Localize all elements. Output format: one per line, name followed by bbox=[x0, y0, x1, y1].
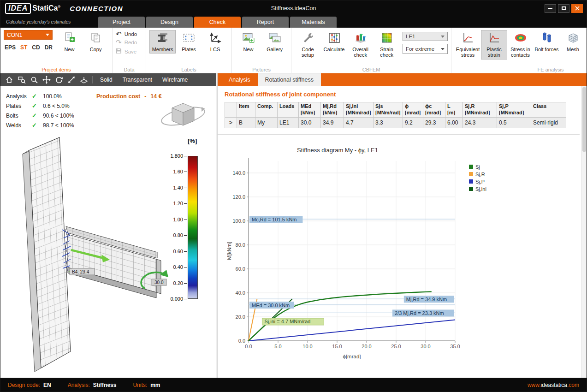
members-icon bbox=[156, 32, 170, 45]
model-canvas[interactable]: Analysis ✓ 100.0% Plates ✓ 0.6 < 5.0% Bo… bbox=[0, 86, 216, 378]
gallery-icon bbox=[268, 32, 281, 45]
copy-item-button[interactable]: Copy bbox=[83, 30, 109, 53]
mode-eps[interactable]: EPS bbox=[5, 44, 16, 51]
zoom-button[interactable] bbox=[28, 74, 40, 85]
display-mode-wireframe[interactable]: Wireframe bbox=[158, 75, 192, 84]
pan-button[interactable] bbox=[41, 74, 52, 85]
vertical-scrollbar[interactable] bbox=[581, 86, 587, 378]
calculate-button[interactable]: Calculate bbox=[321, 30, 347, 53]
model-3d-view[interactable]: B4: 23.4 30.0 bbox=[0, 86, 216, 377]
rotate-view-button[interactable] bbox=[53, 74, 65, 85]
new-item-icon bbox=[64, 32, 76, 45]
zoom-fit-button[interactable] bbox=[65, 74, 77, 85]
fit-icon bbox=[67, 76, 76, 84]
picture-new-button[interactable]: New bbox=[235, 30, 261, 53]
minimize-button[interactable] bbox=[545, 4, 556, 13]
lcs-icon bbox=[209, 32, 221, 45]
view-cube[interactable] bbox=[160, 103, 207, 129]
save-button[interactable]: Save bbox=[116, 48, 142, 55]
work-plane-button[interactable] bbox=[78, 74, 89, 85]
results-panel: Analysis Rotational stiffness Rotational… bbox=[218, 73, 587, 378]
status-analysis-type: Analysis: Stiffness bbox=[68, 382, 117, 388]
table-header-row: Item Comp. Loads MEd[kNm] Mj,Rd[kNm] Sj,… bbox=[225, 102, 566, 118]
svg-text:B4: 23.4: B4: 23.4 bbox=[72, 269, 89, 274]
bolt-forces-button[interactable]: Bolt forces bbox=[534, 30, 560, 53]
tab-materials[interactable]: Materials bbox=[290, 17, 337, 28]
mesh-icon bbox=[567, 32, 579, 45]
display-mode-transparent[interactable]: Transparent bbox=[118, 75, 157, 84]
overall-check-button[interactable]: Overall check bbox=[347, 30, 374, 59]
display-mode-solid[interactable]: Solid bbox=[95, 75, 117, 84]
section-title: Rotational stiffness of joint component bbox=[225, 91, 580, 98]
chevron-down-icon bbox=[46, 34, 49, 36]
home-view-button[interactable] bbox=[3, 74, 15, 85]
svg-text:140.0: 140.0 bbox=[232, 170, 245, 176]
svg-text:MEd = 30.0 kNm: MEd = 30.0 kNm bbox=[252, 302, 290, 308]
ribbon-group-cbfem: Code setup Calculate Overall check Strai… bbox=[291, 28, 451, 73]
svg-text:80.0: 80.0 bbox=[236, 242, 245, 248]
row-expander[interactable]: > bbox=[225, 117, 237, 128]
tab-project[interactable]: Project bbox=[98, 17, 145, 28]
svg-text:100.0: 100.0 bbox=[232, 218, 245, 224]
tab-design[interactable]: Design bbox=[146, 17, 193, 28]
code-setup-button[interactable]: Code setup bbox=[295, 30, 321, 59]
mode-dr[interactable]: DR bbox=[45, 44, 53, 51]
nav-tabstrip: Calculate yesterday's estimates Project … bbox=[0, 16, 587, 28]
tab-rotational-stiffness[interactable]: Rotational stiffness bbox=[258, 73, 321, 86]
pan-icon bbox=[42, 76, 51, 84]
stiffness-table: Item Comp. Loads MEd[kNm] Mj,Rd[kNm] Sj,… bbox=[225, 102, 566, 128]
home-icon bbox=[5, 76, 13, 84]
save-icon bbox=[116, 48, 122, 55]
plates-toggle[interactable]: Plates bbox=[176, 30, 202, 53]
close-button[interactable] bbox=[571, 4, 583, 13]
strain-check-button[interactable]: Strain check bbox=[374, 30, 400, 59]
svg-text:ϕ[mrad]: ϕ[mrad] bbox=[343, 354, 361, 359]
members-toggle[interactable]: Members bbox=[149, 30, 176, 53]
wrench-icon bbox=[302, 32, 314, 45]
chevron-down-icon bbox=[441, 36, 445, 38]
bolt-label: B4: 23.4 bbox=[70, 268, 95, 275]
svg-text:120.0: 120.0 bbox=[232, 194, 245, 200]
stress-contacts-icon bbox=[514, 32, 527, 45]
plastic-strain-button[interactable]: Plastic strain bbox=[481, 30, 507, 59]
tab-analysis[interactable]: Analysis bbox=[221, 73, 258, 86]
group-caption-labels: Labels bbox=[146, 67, 231, 72]
redo-button[interactable]: ↷ Redo bbox=[116, 40, 142, 45]
undo-button[interactable]: ↶ Undo bbox=[116, 31, 142, 37]
svg-text:0.0: 0.0 bbox=[238, 338, 245, 344]
viewport-3d: Solid Transparent Wireframe Analysis ✓ 1… bbox=[0, 73, 216, 378]
scrollbar-thumb[interactable] bbox=[582, 87, 586, 152]
mode-cd[interactable]: CD bbox=[32, 44, 40, 51]
plates-icon bbox=[183, 32, 196, 45]
tab-report[interactable]: Report bbox=[242, 17, 289, 28]
extreme-selector[interactable]: For extreme bbox=[403, 44, 448, 54]
toolbar-separator bbox=[92, 76, 93, 83]
load-case-selector[interactable]: LE1 bbox=[403, 32, 448, 41]
tab-check[interactable]: Check bbox=[194, 17, 241, 28]
equivalent-stress-icon bbox=[462, 32, 474, 45]
logo-idea: IDEA bbox=[5, 3, 31, 14]
zoom-window-button[interactable] bbox=[16, 74, 27, 85]
svg-text:10.0: 10.0 bbox=[302, 344, 312, 349]
lcs-toggle[interactable]: LCS bbox=[202, 30, 228, 53]
mode-st[interactable]: ST bbox=[20, 44, 27, 51]
mesh-button[interactable]: Mesh bbox=[560, 30, 586, 53]
status-units: Units: mm bbox=[133, 382, 160, 388]
minimize-icon bbox=[548, 8, 552, 9]
website-link[interactable]: www.ideastatica.com bbox=[528, 382, 579, 388]
svg-text:25.0: 25.0 bbox=[391, 344, 401, 349]
equivalent-stress-button[interactable]: Equivalent stress bbox=[455, 30, 481, 59]
maximize-button[interactable] bbox=[558, 4, 569, 13]
stress-contacts-button[interactable]: Stress in contacts bbox=[507, 30, 534, 59]
gallery-button[interactable]: Gallery bbox=[261, 30, 288, 53]
results-tabstrip: Analysis Rotational stiffness bbox=[218, 73, 587, 86]
group-caption-fe-analysis: FE analysis bbox=[451, 67, 587, 72]
svg-text:15.0: 15.0 bbox=[332, 344, 342, 349]
chart-title: Stiffness diagram My - ϕy, LE1 bbox=[225, 147, 520, 154]
new-item-button[interactable]: New bbox=[56, 30, 83, 53]
redo-icon: ↷ bbox=[116, 40, 122, 45]
connection-selector[interactable]: CON1 bbox=[4, 30, 53, 40]
ribbon-group-pictures: New Gallery Pictures bbox=[232, 28, 291, 73]
ribbon-group-labels: Members Plates LCS Labels bbox=[146, 28, 232, 73]
stiffness-chart: 0.020.040.060.080.0100.0120.0140.00.05.0… bbox=[225, 154, 520, 361]
